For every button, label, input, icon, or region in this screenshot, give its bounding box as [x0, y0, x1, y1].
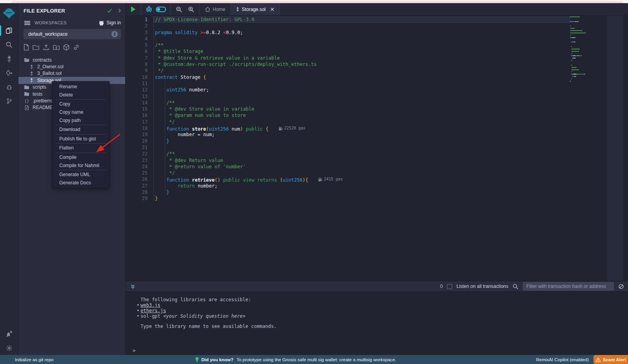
tree-item-label: contracts: [33, 57, 52, 63]
remix-logo[interactable]: [0, 3, 18, 24]
tree-item-label: scripts: [33, 84, 46, 90]
terminal-link-web3.js[interactable]: web3.js: [141, 302, 161, 308]
solidity-compiler-icon[interactable]: [0, 52, 18, 66]
clear-console-icon[interactable]: [618, 284, 624, 289]
workspace-select[interactable]: default_workspace: [24, 29, 121, 39]
tree-item-label: README.: [33, 105, 54, 110]
menu-divider: [56, 99, 106, 100]
terminal-header: 0 Listen on all transactions: [126, 281, 628, 292]
menu-item-copy-path[interactable]: Copy path: [53, 116, 109, 124]
github-icon: [99, 20, 104, 25]
code-line-19: number = num;: [155, 131, 568, 138]
play-icon: [131, 6, 136, 12]
code-line-7: * @dev Store & retrieve value in a varia…: [155, 55, 568, 61]
plugin-manager-icon[interactable]: [0, 327, 18, 341]
tab-home[interactable]: Home: [200, 3, 230, 15]
copilot-toggle[interactable]: [156, 7, 166, 12]
close-tab-icon[interactable]: ✕: [270, 7, 275, 12]
red-annotation-arrow: [91, 132, 123, 157]
terminal: 0 Listen on all transactions The followi…: [126, 281, 628, 355]
editor-tab-bar: Home Storage.sol ✕: [126, 3, 628, 16]
menu-divider: [56, 125, 106, 125]
folder-icon: [24, 85, 30, 89]
deploy-run-icon[interactable]: [0, 66, 18, 80]
cube-icon[interactable]: [63, 44, 69, 51]
line-number-gutter: 1234567891011121314151617181920212223242…: [126, 16, 148, 202]
upload-folder-icon[interactable]: [53, 44, 60, 51]
menu-item-delete[interactable]: Delete: [53, 91, 109, 99]
debugger-icon[interactable]: [0, 80, 18, 94]
tab-storage-sol[interactable]: Storage.sol ✕: [231, 3, 279, 15]
lightbulb-icon: [195, 357, 199, 362]
activity-bar: [0, 3, 18, 355]
home-icon: [205, 7, 210, 12]
expand-terminal-icon[interactable]: [130, 284, 135, 289]
code-line-18: function store(uint256 num) public {2252…: [155, 125, 568, 131]
terminal-line: •ethers.js: [133, 308, 620, 313]
zoom-out-icon: [176, 6, 182, 13]
git-init-button[interactable]: Initialize as git repo: [15, 357, 53, 362]
sign-in-button[interactable]: Sign in: [99, 20, 121, 25]
tree-item-3-ballot-sol[interactable]: 3_Ballot.sol: [18, 70, 125, 77]
run-script-button[interactable]: [126, 3, 141, 15]
terminal-prompt[interactable]: >: [133, 348, 135, 353]
hamburger-menu-icon[interactable]: [24, 21, 30, 25]
code-line-16: * @param num value to store: [155, 112, 568, 118]
indent-guide: [153, 16, 154, 202]
upload-file-icon[interactable]: [43, 44, 49, 51]
gas-estimate-badge: 2415 gas: [318, 176, 343, 182]
new-folder-icon[interactable]: [33, 44, 39, 51]
code-line-4: [155, 36, 568, 42]
editor-area: Home Storage.sol ✕ 123456789101112131415…: [126, 3, 628, 355]
tree-item-label: 3_Ballot.sol: [37, 71, 62, 76]
menu-item-copy-name[interactable]: Copy name: [53, 108, 109, 116]
menu-item-rename[interactable]: Rename: [53, 83, 109, 91]
terminal-link-ethers.js[interactable]: ethers.js: [141, 308, 166, 313]
zoom-out-button[interactable]: [171, 3, 187, 15]
code-line-21: [155, 144, 568, 151]
code-line-22: /**: [155, 151, 568, 157]
link-icon[interactable]: [73, 44, 80, 51]
code-content: // SPDX-License-Identifier: GPL-3.0pragm…: [155, 16, 568, 202]
transaction-filter-input[interactable]: [523, 282, 614, 291]
chevron-right-icon[interactable]: [118, 8, 121, 13]
copilot-status: RemixAI Copilot (enabled): [536, 357, 589, 362]
code-line-24: * @return value of 'number': [155, 164, 568, 170]
check-icon[interactable]: [107, 8, 112, 13]
menu-divider: [56, 170, 106, 170]
code-line-12: uint256 number;: [155, 87, 568, 93]
menu-item-generate-docs[interactable]: Generate Docs: [53, 179, 109, 187]
minimap[interactable]: [570, 16, 606, 95]
code-line-1: // SPDX-License-Identifier: GPL-3.0: [155, 16, 568, 23]
new-file-icon[interactable]: [24, 44, 29, 51]
listen-all-transactions-checkbox[interactable]: [447, 284, 452, 289]
remix-ide-window: FILE EXPLORER WORKSPACES Sign in default…: [0, 0, 628, 364]
menu-item-compile-for-nahmii[interactable]: Compile for Nahmii: [53, 161, 109, 169]
tree-item-label: tests: [33, 91, 42, 97]
code-line-3: pragma solidity >=0.8.2 <0.9.0;: [155, 29, 568, 36]
file-explorer-icon[interactable]: [0, 24, 18, 38]
menu-item-generate-uml[interactable]: Generate UML: [53, 171, 109, 179]
zoom-in-button[interactable]: [187, 3, 199, 15]
settings-icon[interactable]: [0, 341, 18, 355]
scam-alert-button[interactable]: Scam Alert: [593, 355, 628, 364]
solidity-icon: [28, 71, 35, 76]
code-line-14: /**: [155, 100, 568, 106]
tree-item-2-owner-sol[interactable]: 2_Owner.sol: [18, 63, 125, 70]
workspaces-label: WORKSPACES: [35, 20, 67, 25]
folder-open-icon: [24, 58, 30, 62]
menu-item-copy[interactable]: Copy: [53, 100, 109, 108]
editor-scrollbar[interactable]: [607, 16, 623, 281]
code-line-8: * @custom:dev-run-script ./scripts/deplo…: [155, 61, 568, 67]
git-icon[interactable]: [0, 94, 18, 108]
code-editor[interactable]: 1234567891011121314151617181920212223242…: [126, 16, 628, 281]
tree-item-label: .prettierro: [33, 98, 53, 104]
search-icon[interactable]: [0, 38, 18, 52]
file-icon: [24, 105, 30, 110]
terminal-line: Type the library name to see available c…: [133, 324, 620, 329]
robot-icon[interactable]: [146, 6, 152, 13]
workspaces-row: WORKSPACES Sign in: [24, 20, 121, 26]
tree-item-contracts[interactable]: contracts: [18, 56, 125, 63]
terminal-output: The following libraries are accessible:•…: [133, 297, 620, 329]
workspace-select-arrows-icon[interactable]: [111, 31, 118, 37]
